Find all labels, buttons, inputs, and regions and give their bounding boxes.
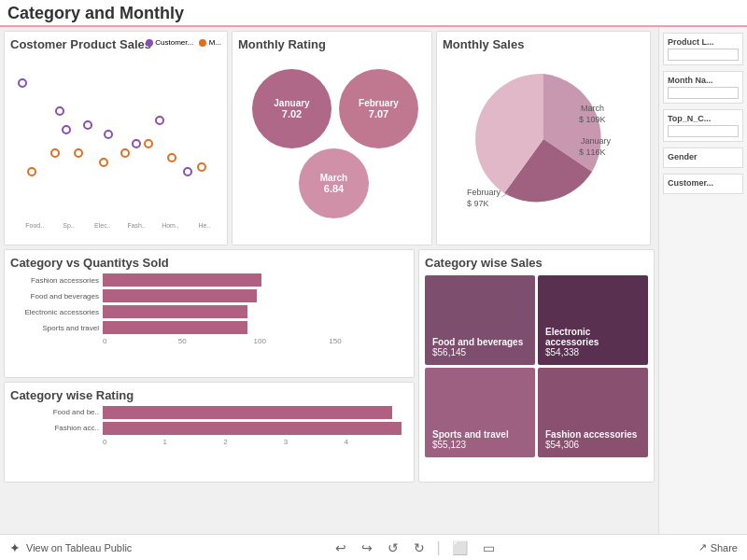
- undo-button[interactable]: ↩: [331, 539, 350, 557]
- dot-orange-7: [167, 153, 176, 162]
- dot-purple-5: [104, 130, 113, 139]
- category-rating-panel: Category wise Rating Food and be.. Fashi…: [4, 382, 415, 483]
- share-button[interactable]: ↗ Share: [698, 541, 738, 553]
- dot-orange-4: [99, 158, 108, 167]
- export-button[interactable]: ⬜: [448, 539, 472, 557]
- value-february: $ 97K: [467, 199, 489, 208]
- dot-orange-1: [27, 167, 36, 176]
- dot-purple-6: [132, 139, 141, 148]
- filter-gender: Gender: [663, 147, 743, 168]
- label-february: February: [467, 188, 501, 197]
- label-january: January: [581, 136, 612, 146]
- bubble-february: February 7.07: [339, 69, 418, 148]
- sales-cell-fashion: Fashion accessories $54,306: [538, 368, 648, 457]
- dot-purple-2: [55, 106, 64, 116]
- bar-row-food: Food and beverages: [14, 289, 404, 302]
- footer-right: ↗ Share: [698, 541, 738, 553]
- filter-customer: Customer...: [663, 174, 743, 194]
- rating-bar-food: [103, 406, 392, 419]
- sales-cell-sports: Sports and travel $55,123: [425, 368, 535, 457]
- share-icon: ↗: [698, 541, 707, 553]
- footer-left: ✦ View on Tableau Public: [9, 540, 132, 555]
- filter-month: Month Na...: [663, 71, 743, 104]
- legend-dot-orange: [199, 39, 206, 47]
- pie-svg: March $ 109K January $ 116K February $ 9…: [450, 55, 637, 228]
- dot-orange-5: [120, 148, 130, 158]
- bar-sports: [103, 321, 247, 334]
- value-march: $ 109K: [579, 115, 606, 124]
- footer-nav: ↩ ↪ ↺ ↻ | ⬜ ▭: [331, 539, 498, 557]
- monthly-sales-title: Monthly Sales: [443, 37, 644, 51]
- share-label: Share: [711, 542, 738, 553]
- scatter-legend: Customer... M...: [146, 37, 221, 47]
- dot-orange-6: [144, 139, 153, 148]
- dot-orange-2: [50, 148, 60, 158]
- bar-electronic: [103, 305, 247, 318]
- legend-customer: Customer...: [146, 37, 193, 47]
- dot-orange-8: [197, 162, 206, 172]
- forward-button[interactable]: ↻: [410, 539, 429, 557]
- dot-purple-8: [183, 167, 192, 176]
- bubbles-container: January 7.02 February 7.07 March 6.84: [238, 55, 426, 228]
- qty-x-axis: 0 50 100 150: [103, 337, 404, 345]
- tableau-icon: ✦: [9, 540, 21, 555]
- rating-row-fashion: Fashion acc..: [14, 422, 404, 435]
- back-button[interactable]: ↺: [384, 539, 402, 557]
- rating-row-food: Food and be..: [14, 406, 404, 419]
- dot-purple-3: [62, 125, 71, 134]
- cat-qty-title: Category vs Quantitys Sold: [10, 256, 408, 270]
- bar-food: [103, 289, 257, 302]
- dot-purple-1: [18, 78, 27, 88]
- dot-orange-3: [74, 148, 83, 158]
- bubble-march: March 6.84: [299, 148, 369, 218]
- filter-product: Product L...: [663, 33, 743, 65]
- cat-wise-sales-title: Category wise Sales: [425, 256, 648, 270]
- tableau-link[interactable]: View on Tableau Public: [26, 542, 132, 553]
- cat-rating-chart: Food and be.. Fashion acc.. 0 1 2 3: [10, 406, 408, 446]
- legend-member: M...: [199, 37, 221, 47]
- monthly-rating-title: Monthly Rating: [238, 37, 426, 51]
- cat-rating-title: Category wise Rating: [10, 388, 408, 402]
- filter-product-input[interactable]: [668, 49, 739, 61]
- filter-topn-input[interactable]: [668, 125, 739, 137]
- scatter-plot: [10, 55, 221, 218]
- label-march: March: [581, 104, 604, 113]
- page-title: Category and Monthly: [7, 4, 740, 23]
- rating-bar-fashion: [103, 422, 402, 435]
- nav-separator: |: [436, 539, 440, 556]
- value-january: $ 116K: [579, 147, 606, 157]
- category-wise-sales-panel: Category wise Sales Food and beverages $…: [418, 249, 655, 483]
- cat-qty-chart: Fashion accessories Food and beverages E…: [10, 273, 408, 345]
- sales-cell-electronic: Electronic accessories $54,338: [538, 275, 648, 365]
- monthly-rating-panel: Monthly Rating January 7.02 February 7.0…: [232, 31, 432, 245]
- dot-purple-4: [83, 120, 92, 130]
- monthly-sales-panel: Monthly Sales March $ 109K January: [436, 31, 651, 245]
- dot-purple-7: [155, 116, 164, 125]
- present-button[interactable]: ▭: [479, 539, 499, 557]
- bar-fashion: [103, 273, 261, 287]
- rating-x-axis: 0 1 2 3 4: [103, 438, 404, 446]
- category-qty-panel: Category vs Quantitys Sold Fashion acces…: [4, 249, 415, 378]
- product-sales-panel: Costomer Product Sales Customer... M...: [4, 31, 228, 245]
- bar-row-electronic: Electronic accessories: [14, 305, 404, 318]
- line-february: [501, 193, 508, 197]
- sidebar: Product L... Month Na... Top_N_C... Gend…: [658, 27, 747, 536]
- scatter-x-axis: Food.. Sp.. Elec.. Fash.. Hom.. He..: [18, 222, 221, 229]
- bubble-january: January 7.02: [252, 69, 331, 148]
- bar-row-fashion: Fashion accessories: [14, 273, 404, 287]
- footer: ✦ View on Tableau Public ↩ ↪ ↺ ↻ | ⬜ ▭ ↗…: [0, 534, 747, 560]
- filter-month-input[interactable]: [668, 87, 739, 99]
- pie-chart: March $ 109K January $ 116K February $ 9…: [450, 55, 637, 228]
- bar-row-sports: Sports and travel: [14, 321, 404, 334]
- filter-topn: Top_N_C...: [663, 109, 743, 142]
- sales-grid: Food and beverages $56,145 Electronic ac…: [425, 275, 648, 457]
- sales-cell-food: Food and beverages $56,145: [425, 275, 535, 365]
- legend-dot-purple: [146, 39, 153, 47]
- redo-button[interactable]: ↪: [358, 539, 376, 557]
- header: Category and Monthly: [0, 0, 747, 27]
